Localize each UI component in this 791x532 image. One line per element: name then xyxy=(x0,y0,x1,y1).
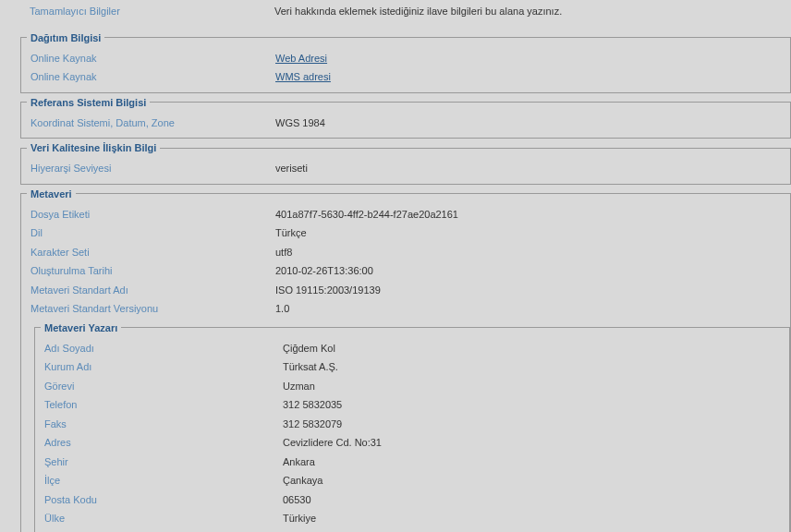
std-version-label: Metaveri Standart Versiyonu xyxy=(30,301,275,317)
author-position-row: Görevi Uzman xyxy=(35,377,789,396)
author-address-row: Adres Cevizlidere Cd. No:31 xyxy=(35,433,789,453)
created-date-row: Oluşturulma Tarihi 2010-02-26T13:36:00 xyxy=(21,261,790,281)
hierarchy-level-value: veriseti xyxy=(275,161,308,176)
author-phone-label: Telefon xyxy=(44,397,283,413)
online-source-label-1: Online Kaynak xyxy=(30,51,275,66)
file-label-value: 401a87f7-5630-4ff2-b244-f27ae20a2161 xyxy=(275,207,458,223)
author-email-row: E-mail Adresi ckol@turksat.com.tr xyxy=(35,528,789,533)
coord-system-value: WGS 1984 xyxy=(275,115,325,131)
author-position-value: Uzman xyxy=(283,379,315,394)
coord-system-label: Koordinat Sistemi, Datum, Zone xyxy=(30,115,275,131)
author-postal-label: Posta Kodu xyxy=(44,492,283,508)
online-source-row-1: Online Kaynak Web Adresi xyxy=(21,49,790,68)
online-source-row-2: Online Kaynak WMS adresi xyxy=(21,67,790,87)
hierarchy-level-row: Hiyerarşi Seviyesi veriseti xyxy=(21,159,790,178)
file-label-label: Dosya Etiketi xyxy=(30,207,275,223)
metadata-legend: Metaveri xyxy=(27,188,76,200)
online-source-label-2: Online Kaynak xyxy=(30,69,275,85)
charset-label: Karakter Seti xyxy=(30,245,275,260)
coord-system-row: Koordinat Sistemi, Datum, Zone WGS 1984 xyxy=(21,114,790,133)
data-quality-legend: Veri Kalitesine İlişkin Bilgi xyxy=(27,142,160,153)
author-org-label: Kurum Adı xyxy=(44,359,283,375)
std-version-row: Metaveri Standart Versiyonu 1.0 xyxy=(21,299,790,319)
supplementary-info-label: Tamamlayıcı Bilgiler xyxy=(30,4,274,19)
author-district-row: İlçe Çankaya xyxy=(35,471,789,490)
author-city-row: Şehir Ankara xyxy=(35,453,789,472)
author-city-label: Şehir xyxy=(44,454,283,470)
distribution-fieldset: Dağıtım Bilgisi Online Kaynak Web Adresi… xyxy=(20,32,791,93)
metadata-fieldset: Metaveri Dosya Etiketi 401a87f7-5630-4ff… xyxy=(20,188,791,533)
created-date-value: 2010-02-26T13:36:00 xyxy=(275,263,373,279)
author-fax-row: Faks 312 5832079 xyxy=(35,415,789,434)
author-org-value: Türksat A.Ş. xyxy=(283,359,338,375)
wms-address-link[interactable]: WMS adresi xyxy=(275,69,331,85)
std-version-value: 1.0 xyxy=(275,301,289,317)
author-name-label: Adı Soyadı xyxy=(44,341,283,357)
author-name-value: Çiğdem Kol xyxy=(283,341,335,357)
author-position-label: Görevi xyxy=(44,379,283,394)
author-fax-label: Faks xyxy=(44,417,283,432)
std-name-row: Metaveri Standart Adı ISO 19115:2003/191… xyxy=(21,281,790,300)
author-country-value: Türkiye xyxy=(283,511,316,526)
author-country-row: Ülke Türkiye xyxy=(35,509,789,528)
created-date-label: Oluşturulma Tarihi xyxy=(30,263,275,279)
hierarchy-level-label: Hiyerarşi Seviyesi xyxy=(30,161,275,176)
author-phone-value: 312 5832035 xyxy=(283,397,342,413)
std-name-value: ISO 19115:2003/19139 xyxy=(275,283,381,298)
author-phone-row: Telefon 312 5832035 xyxy=(35,395,789,415)
author-name-row: Adı Soyadı Çiğdem Kol xyxy=(35,339,789,358)
author-district-label: İlçe xyxy=(44,473,283,489)
charset-value: utf8 xyxy=(275,245,292,260)
web-address-link[interactable]: Web Adresi xyxy=(275,51,327,66)
author-org-row: Kurum Adı Türksat A.Ş. xyxy=(35,357,789,377)
language-row: Dil Türkçe xyxy=(21,224,790,243)
charset-row: Karakter Seti utf8 xyxy=(21,243,790,262)
author-fax-value: 312 5832079 xyxy=(283,417,342,432)
std-name-label: Metaveri Standart Adı xyxy=(30,283,275,298)
author-address-label: Adres xyxy=(44,435,283,451)
metadata-author-legend: Metaveri Yazarı xyxy=(41,322,121,333)
supplementary-info-value: Veri hakkında eklemek istediğiniz ilave … xyxy=(274,4,562,19)
author-city-value: Ankara xyxy=(283,454,315,470)
language-label: Dil xyxy=(30,225,275,241)
author-country-label: Ülke xyxy=(44,511,283,526)
reference-system-legend: Referans Sistemi Bilgisi xyxy=(27,97,150,108)
reference-system-fieldset: Referans Sistemi Bilgisi Koordinat Siste… xyxy=(20,97,791,139)
author-postal-row: Posta Kodu 06530 xyxy=(35,490,789,510)
author-postal-value: 06530 xyxy=(283,492,311,508)
author-district-value: Çankaya xyxy=(283,473,322,489)
file-label-row: Dosya Etiketi 401a87f7-5630-4ff2-b244-f2… xyxy=(21,205,790,224)
data-quality-fieldset: Veri Kalitesine İlişkin Bilgi Hiyerarşi … xyxy=(20,142,791,185)
language-value: Türkçe xyxy=(275,225,307,241)
supplementary-info-row: Tamamlayıcı Bilgiler Veri hakkında eklem… xyxy=(0,0,791,29)
distribution-legend: Dağıtım Bilgisi xyxy=(27,32,104,43)
author-address-value: Cevizlidere Cd. No:31 xyxy=(283,435,382,451)
metadata-author-fieldset: Metaveri Yazarı Adı Soyadı Çiğdem Kol Ku… xyxy=(34,322,790,533)
